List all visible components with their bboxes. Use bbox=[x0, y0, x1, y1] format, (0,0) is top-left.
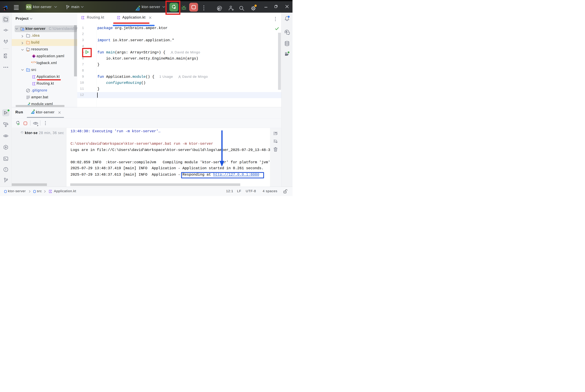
svg-text:IJ: IJ bbox=[4, 7, 6, 8]
